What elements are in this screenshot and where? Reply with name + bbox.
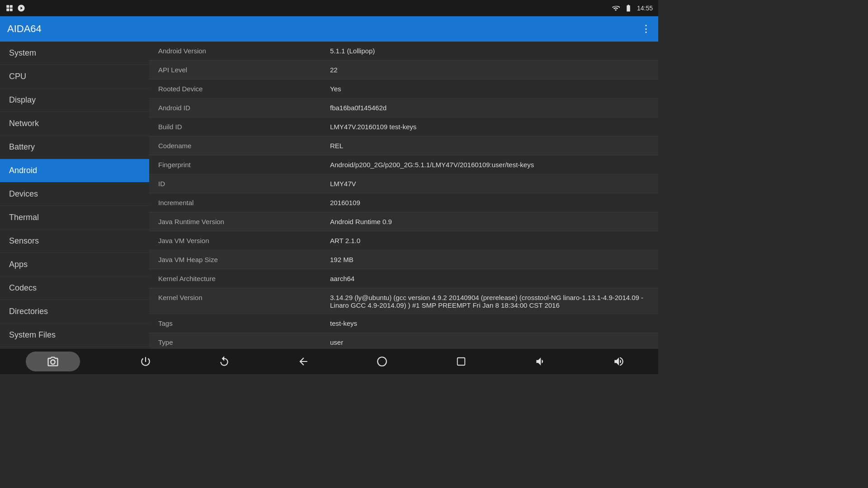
more-options-button[interactable]: ⋮ bbox=[641, 23, 651, 35]
row-value: aarch64 bbox=[330, 274, 649, 282]
sidebar-item-apps[interactable]: Apps bbox=[0, 253, 149, 277]
sidebar-item-systemfiles[interactable]: System Files bbox=[0, 324, 149, 347]
sidebar: System CPU Display Network Battery Andro… bbox=[0, 42, 149, 349]
svg-rect-0 bbox=[6, 5, 9, 8]
table-row: Kernel Version 3.14.29 (ly@ubuntu) (gcc … bbox=[149, 288, 658, 314]
row-label: Incremental bbox=[158, 198, 330, 206]
row-label: API Level bbox=[158, 65, 330, 74]
sidebar-item-system[interactable]: System bbox=[0, 42, 149, 65]
row-label: ID bbox=[158, 179, 330, 188]
row-value: Android/p200_2G/p200_2G:5.1.1/LMY47V/201… bbox=[330, 160, 649, 169]
bottom-nav bbox=[0, 349, 658, 374]
row-value: fba16ba0f145462d bbox=[330, 103, 649, 112]
row-label: Codename bbox=[158, 141, 330, 150]
sidebar-item-codecs[interactable]: Codecs bbox=[0, 277, 149, 300]
content-area: Android Version 5.1.1 (Lollipop) API Lev… bbox=[149, 42, 658, 349]
volume-up-button[interactable] bbox=[605, 349, 632, 374]
row-value: Yes bbox=[330, 84, 649, 93]
svg-rect-1 bbox=[10, 5, 13, 8]
table-row: Tags test-keys bbox=[149, 314, 658, 333]
table-row: Incremental 20160109 bbox=[149, 193, 658, 212]
recent-apps-button[interactable] bbox=[211, 349, 238, 374]
status-bar-right: 14:55 bbox=[612, 4, 653, 12]
row-value: 3.14.29 (ly@ubuntu) (gcc version 4.9.2 2… bbox=[330, 293, 649, 309]
row-value: 5.1.1 (Lollipop) bbox=[330, 46, 649, 55]
table-row: Codename REL bbox=[149, 136, 658, 155]
svg-rect-2 bbox=[6, 9, 9, 11]
row-label: Build ID bbox=[158, 122, 330, 131]
home-button[interactable] bbox=[368, 349, 396, 374]
table-row: Java Runtime Version Android Runtime 0.9 bbox=[149, 212, 658, 231]
svg-rect-5 bbox=[458, 358, 465, 366]
row-label: Java VM Version bbox=[158, 236, 330, 244]
power-button[interactable] bbox=[132, 349, 159, 374]
table-row: Build ID LMY47V.20160109 test-keys bbox=[149, 117, 658, 136]
sidebar-item-thermal[interactable]: Thermal bbox=[0, 206, 149, 230]
battery-icon bbox=[624, 4, 632, 12]
app-bar: AIDA64 ⋮ bbox=[0, 16, 658, 42]
volume-down-button[interactable] bbox=[526, 349, 553, 374]
row-label: Rooted Device bbox=[158, 84, 330, 93]
sidebar-item-display[interactable]: Display bbox=[0, 89, 149, 112]
back-button[interactable] bbox=[290, 349, 317, 374]
row-value: LMY47V bbox=[330, 179, 649, 188]
sidebar-item-battery[interactable]: Battery bbox=[0, 136, 149, 159]
notification2-icon bbox=[17, 4, 25, 12]
main-layout: System CPU Display Network Battery Andro… bbox=[0, 42, 658, 349]
sidebar-item-android[interactable]: Android bbox=[0, 159, 149, 183]
row-label: Kernel Version bbox=[158, 293, 330, 301]
row-label: Android Version bbox=[158, 46, 330, 55]
app-title: AIDA64 bbox=[7, 23, 42, 35]
row-label: Fingerprint bbox=[158, 160, 330, 169]
row-value: user bbox=[330, 338, 649, 346]
table-row: Type user bbox=[149, 333, 658, 349]
sidebar-item-sensors[interactable]: Sensors bbox=[0, 230, 149, 253]
row-value: 22 bbox=[330, 65, 649, 74]
row-value: 20160109 bbox=[330, 198, 649, 206]
table-row: ID LMY47V bbox=[149, 174, 658, 193]
wifi-icon bbox=[612, 4, 620, 12]
sidebar-item-devices[interactable]: Devices bbox=[0, 183, 149, 206]
status-bar: 14:55 bbox=[0, 0, 658, 16]
row-value: ART 2.1.0 bbox=[330, 236, 649, 244]
sidebar-item-cpu[interactable]: CPU bbox=[0, 65, 149, 89]
table-row: Fingerprint Android/p200_2G/p200_2G:5.1.… bbox=[149, 155, 658, 174]
table-row: API Level 22 bbox=[149, 61, 658, 80]
table-row: Android ID fba16ba0f145462d bbox=[149, 99, 658, 117]
row-label: Tags bbox=[158, 319, 330, 327]
row-label: Java VM Heap Size bbox=[158, 255, 330, 263]
overview-button[interactable] bbox=[448, 349, 475, 374]
row-value: Android Runtime 0.9 bbox=[330, 217, 649, 225]
table-row: Java VM Version ART 2.1.0 bbox=[149, 231, 658, 250]
svg-point-4 bbox=[378, 357, 387, 366]
row-value: LMY47V.20160109 test-keys bbox=[330, 122, 649, 131]
row-label: Kernel Architecture bbox=[158, 274, 330, 282]
row-value: test-keys bbox=[330, 319, 649, 327]
notification1-icon bbox=[5, 4, 14, 12]
row-label: Java Runtime Version bbox=[158, 217, 330, 225]
table-row: Java VM Heap Size 192 MB bbox=[149, 250, 658, 269]
sidebar-item-network[interactable]: Network bbox=[0, 112, 149, 136]
clock: 14:55 bbox=[637, 5, 653, 12]
screenshot-button[interactable] bbox=[26, 352, 80, 371]
row-value: REL bbox=[330, 141, 649, 150]
row-value: 192 MB bbox=[330, 255, 649, 263]
sidebar-item-about[interactable]: About bbox=[0, 347, 149, 349]
sidebar-item-directories[interactable]: Directories bbox=[0, 300, 149, 324]
row-label: Android ID bbox=[158, 103, 330, 112]
row-label: Type bbox=[158, 338, 330, 346]
status-bar-left bbox=[5, 4, 25, 12]
table-row: Android Version 5.1.1 (Lollipop) bbox=[149, 42, 658, 61]
svg-rect-3 bbox=[10, 9, 13, 11]
table-row: Kernel Architecture aarch64 bbox=[149, 269, 658, 288]
table-row: Rooted Device Yes bbox=[149, 80, 658, 99]
